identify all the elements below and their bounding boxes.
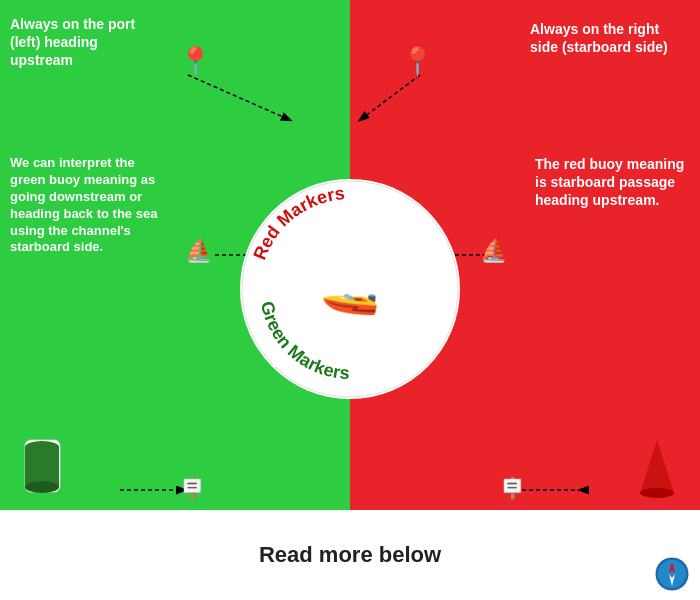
circle-background: Green Markers Red Markers 🚤 [240, 179, 460, 399]
mid-right-text: The red buoy meaning is starboard passag… [535, 155, 690, 210]
svg-marker-5 [640, 440, 674, 493]
pin-left: 📍 [178, 45, 213, 78]
boat-icon: 🚤 [320, 261, 380, 317]
sign-right: 🪧 [500, 476, 525, 500]
top-left-text: Always on the port (left) heading upstre… [10, 15, 160, 70]
red-buoy [630, 435, 685, 500]
main-container: Always on the port (left) heading upstre… [0, 0, 700, 600]
svg-point-4 [25, 481, 59, 493]
sign-left: 🪧 [180, 476, 205, 500]
compass-icon [654, 556, 690, 592]
green-buoy [15, 435, 70, 500]
center-circle: Green Markers Red Markers 🚤 [240, 179, 460, 399]
read-more-text: Read more below [259, 542, 441, 568]
bottom-bar: Read more below [0, 510, 700, 600]
top-right-text: Always on the right side (starboard side… [530, 20, 690, 56]
sailboat-right: ⛵ [480, 238, 507, 264]
sailboat-left: ⛵ [185, 238, 212, 264]
mid-left-text: We can interpret the green buoy meaning … [10, 155, 170, 256]
pin-right: 📍 [400, 45, 435, 78]
svg-point-6 [640, 488, 674, 498]
